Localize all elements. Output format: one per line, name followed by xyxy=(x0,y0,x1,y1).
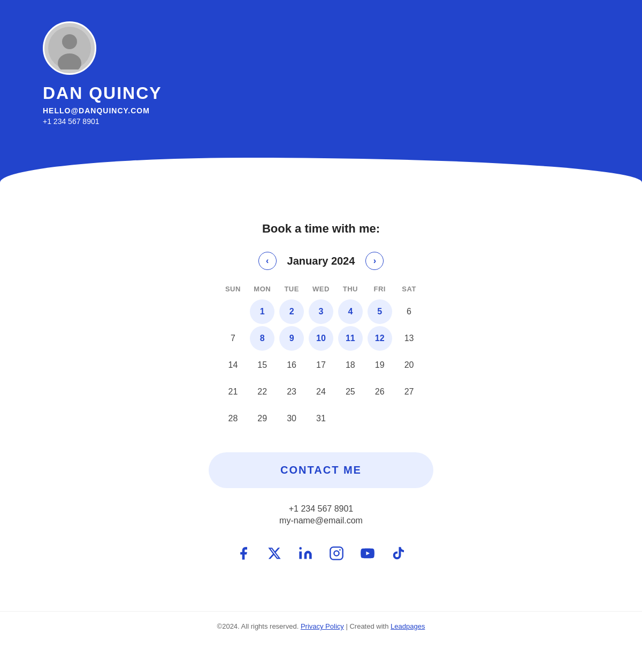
cal-day: 16 xyxy=(279,353,304,377)
cal-day-header: FRI xyxy=(366,281,393,297)
cal-day: 15 xyxy=(250,353,274,377)
contact-email: my-name@email.com xyxy=(279,516,363,526)
footer: ©2024. All rights reserved. Privacy Poli… xyxy=(0,611,642,641)
cal-day: 28 xyxy=(220,406,245,431)
svg-point-1 xyxy=(62,34,77,49)
prev-month-button[interactable]: ‹ xyxy=(258,252,277,270)
contact-info: +1 234 567 8901 my-name@email.com xyxy=(279,504,363,528)
cal-day: 25 xyxy=(338,380,363,404)
cal-day: 26 xyxy=(368,380,392,404)
cal-day[interactable]: 4 xyxy=(338,299,363,324)
cal-day[interactable]: 12 xyxy=(368,326,392,351)
cal-day-header: SUN xyxy=(219,281,247,297)
main-content: Book a time with me: ‹ January 2024 › SU… xyxy=(0,190,642,611)
cal-day: 19 xyxy=(368,353,392,377)
svg-point-3 xyxy=(299,547,302,550)
avatar xyxy=(43,21,96,75)
facebook-icon[interactable] xyxy=(234,544,253,563)
cal-day: 30 xyxy=(279,406,304,431)
cal-day: 17 xyxy=(309,353,333,377)
cal-day[interactable]: 1 xyxy=(250,299,274,324)
cal-day: 29 xyxy=(250,406,274,431)
cal-day[interactable]: 2 xyxy=(279,299,304,324)
cal-day[interactable]: 10 xyxy=(309,326,333,351)
cal-day: 6 xyxy=(397,299,422,324)
cal-day: 24 xyxy=(309,380,333,404)
calendar: ‹ January 2024 › SUNMONTUEWEDTHUFRISAT12… xyxy=(219,252,423,431)
header-name: DAN QUINCY xyxy=(43,83,599,103)
header-email: HELLO@DANQUINCY.COM xyxy=(43,106,599,115)
footer-separator: | xyxy=(346,622,347,630)
cal-day[interactable]: 5 xyxy=(368,299,392,324)
cal-day: 18 xyxy=(338,353,363,377)
cal-day: 14 xyxy=(220,353,245,377)
footer-created-text: Created with xyxy=(349,622,388,630)
contact-button-wrapper: CONTACT ME xyxy=(209,452,433,488)
footer-copyright: ©2024. All rights reserved. xyxy=(217,622,299,630)
contact-me-button[interactable]: CONTACT ME xyxy=(209,452,433,488)
youtube-icon[interactable] xyxy=(358,544,377,563)
privacy-policy-link[interactable]: Privacy Policy xyxy=(301,622,344,630)
svg-point-6 xyxy=(339,549,341,551)
contact-phone: +1 234 567 8901 xyxy=(279,504,363,514)
svg-rect-4 xyxy=(330,547,342,559)
cal-day[interactable]: 11 xyxy=(338,326,363,351)
cal-day-header: TUE xyxy=(278,281,305,297)
header: DAN QUINCY HELLO@DANQUINCY.COM +1 234 56… xyxy=(0,0,642,190)
cal-day[interactable]: 8 xyxy=(250,326,274,351)
cal-day[interactable]: 9 xyxy=(279,326,304,351)
calendar-nav: ‹ January 2024 › xyxy=(219,252,423,270)
leadpages-link[interactable]: Leadpages xyxy=(391,622,425,630)
cal-day: 20 xyxy=(397,353,422,377)
next-month-button[interactable]: › xyxy=(365,252,384,270)
cal-day: 27 xyxy=(397,380,422,404)
linkedin-icon[interactable] xyxy=(296,544,315,563)
cal-day[interactable]: 3 xyxy=(309,299,333,324)
calendar-grid: SUNMONTUEWEDTHUFRISAT1234567891011121314… xyxy=(219,281,423,431)
month-label: January 2024 xyxy=(287,255,355,267)
tiktok-icon[interactable] xyxy=(389,544,408,563)
cal-day-header: MON xyxy=(249,281,276,297)
cal-day-header: THU xyxy=(337,281,364,297)
instagram-icon[interactable] xyxy=(327,544,346,563)
cal-day-header: SAT xyxy=(395,281,423,297)
x-twitter-icon[interactable] xyxy=(265,544,284,563)
cal-day: 13 xyxy=(397,326,422,351)
cal-day: 23 xyxy=(279,380,304,404)
cal-day: 22 xyxy=(250,380,274,404)
svg-point-5 xyxy=(334,551,339,555)
cal-day-header: WED xyxy=(308,281,335,297)
social-icons xyxy=(234,544,408,563)
booking-title: Book a time with me: xyxy=(262,222,380,236)
header-phone: +1 234 567 8901 xyxy=(43,117,599,126)
cal-day: 31 xyxy=(309,406,333,431)
cal-day: 21 xyxy=(220,380,245,404)
cal-day: 7 xyxy=(220,326,245,351)
